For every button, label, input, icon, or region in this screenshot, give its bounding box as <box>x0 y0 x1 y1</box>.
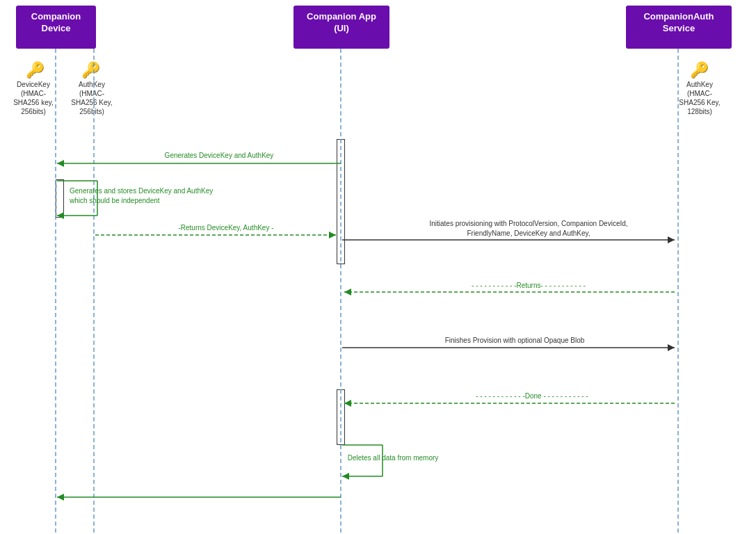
msg3-label: -Returns DeviceKey, AuthKey - <box>129 224 323 232</box>
svg-marker-11 <box>329 232 336 238</box>
auth-key-service-icon: 🔑 <box>685 61 713 79</box>
svg-marker-5 <box>57 160 64 167</box>
device-key-icon: 🔑 <box>21 61 49 79</box>
actor-companion-device: Companion Device <box>16 6 96 49</box>
svg-marker-25 <box>57 494 64 501</box>
activation-app-2 <box>337 389 345 445</box>
msg5-label: - - - - - - - - - - -Returns- - - - - - … <box>403 282 654 289</box>
msg1-label: Generates DeviceKey and AuthKey <box>104 152 334 159</box>
auth-key-device-icon: 🔑 <box>77 61 104 79</box>
svg-marker-23 <box>342 473 349 480</box>
msg2-label: Generates and stores DeviceKey and AuthK… <box>70 186 271 206</box>
actor-companion-app: Companion App(UI) <box>293 6 389 49</box>
actor-companion-auth: CompanionAuthService <box>626 6 732 49</box>
svg-marker-17 <box>668 344 675 351</box>
svg-marker-15 <box>344 289 351 296</box>
msg8-label: Deletes all data from memory <box>313 454 473 462</box>
svg-marker-19 <box>344 400 351 407</box>
sequence-diagram: Companion Device Companion App(UI) Compa… <box>0 0 756 534</box>
msg6-label: Finishes Provision with optional Opaque … <box>376 337 654 344</box>
msg4-label: Initiates provisioning with ProtocolVers… <box>403 219 654 238</box>
auth-key-device-label: AuthKey(HMAC-SHA256 Key,256bits) <box>67 80 117 116</box>
svg-marker-13 <box>668 236 675 243</box>
msg7-label: - - - - - - - - - - - -Done - - - - - - … <box>410 392 654 400</box>
device-key-label: DeviceKey(HMAC-SHA256 key,256bits) <box>8 80 58 116</box>
activation-device-1 <box>56 179 64 218</box>
auth-key-service-label: AuthKey(HMAC-SHA256 Key,128bits) <box>675 80 725 116</box>
activation-app-1 <box>337 139 345 264</box>
